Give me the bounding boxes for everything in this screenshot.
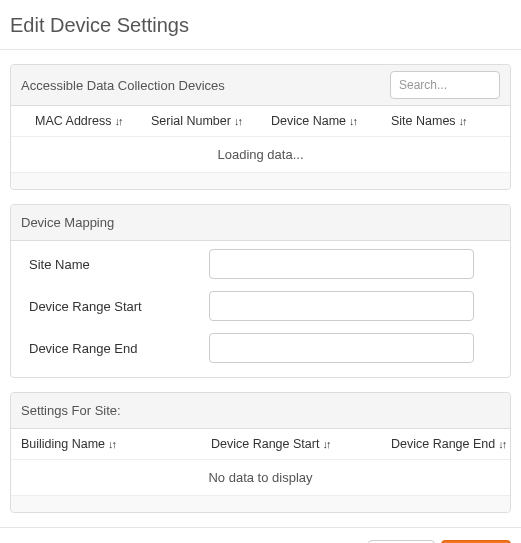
column-label: Serial Number (151, 114, 231, 128)
devices-panel-title: Accessible Data Collection Devices (21, 78, 225, 93)
site-name-input[interactable] (209, 249, 474, 279)
mapping-panel-header: Device Mapping (11, 205, 510, 241)
devices-panel: Accessible Data Collection Devices MAC A… (10, 64, 511, 190)
page-title: Edit Device Settings (0, 0, 521, 49)
devices-table-header: MAC Address ↓↑ Serial Number ↓↑ Device N… (11, 106, 510, 137)
sort-icon: ↓↑ (322, 438, 329, 450)
column-label: Builiding Name (21, 437, 105, 451)
settings-panel-header: Settings For Site: (11, 393, 510, 429)
devices-panel-header: Accessible Data Collection Devices (11, 65, 510, 106)
sort-icon: ↓↑ (234, 115, 241, 127)
range-start-label: Device Range Start (29, 299, 209, 314)
sort-icon: ↓↑ (459, 115, 466, 127)
column-device-name[interactable]: Device Name ↓↑ (271, 114, 391, 128)
settings-table-header: Builiding Name ↓↑ Device Range Start ↓↑ … (11, 429, 510, 460)
range-end-label: Device Range End (29, 341, 209, 356)
range-end-input[interactable] (209, 333, 474, 363)
divider (0, 49, 521, 50)
form-row-range-end: Device Range End (11, 325, 510, 377)
column-label: Device Range End (391, 437, 495, 451)
column-building-name[interactable]: Builiding Name ↓↑ (21, 437, 211, 451)
panel-footer (11, 173, 510, 189)
footer-divider (0, 527, 521, 528)
column-label: Site Names (391, 114, 456, 128)
sort-icon: ↓↑ (114, 115, 121, 127)
devices-table-body: Loading data... (11, 137, 510, 173)
column-serial-number[interactable]: Serial Number ↓↑ (151, 114, 271, 128)
form-row-site-name: Site Name (11, 241, 510, 283)
settings-panel-title: Settings For Site: (21, 403, 121, 418)
range-start-input[interactable] (209, 291, 474, 321)
sort-icon: ↓↑ (349, 115, 356, 127)
column-label: Device Name (271, 114, 346, 128)
column-range-start[interactable]: Device Range Start ↓↑ (211, 437, 391, 451)
mapping-panel: Device Mapping Site Name Device Range St… (10, 204, 511, 378)
column-label: Device Range Start (211, 437, 319, 451)
site-name-label: Site Name (29, 257, 209, 272)
column-site-names[interactable]: Site Names ↓↑ (391, 114, 500, 128)
sort-icon: ↓↑ (498, 438, 505, 450)
form-row-range-start: Device Range Start (11, 283, 510, 325)
column-label: MAC Address (35, 114, 111, 128)
settings-panel: Settings For Site: Builiding Name ↓↑ Dev… (10, 392, 511, 513)
column-range-end[interactable]: Device Range End ↓↑ (391, 437, 505, 451)
panel-footer (11, 496, 510, 512)
sort-icon: ↓↑ (108, 438, 115, 450)
search-input[interactable] (390, 71, 500, 99)
column-mac-address[interactable]: MAC Address ↓↑ (21, 114, 151, 128)
settings-table-body: No data to display (11, 460, 510, 496)
mapping-panel-title: Device Mapping (21, 215, 114, 230)
